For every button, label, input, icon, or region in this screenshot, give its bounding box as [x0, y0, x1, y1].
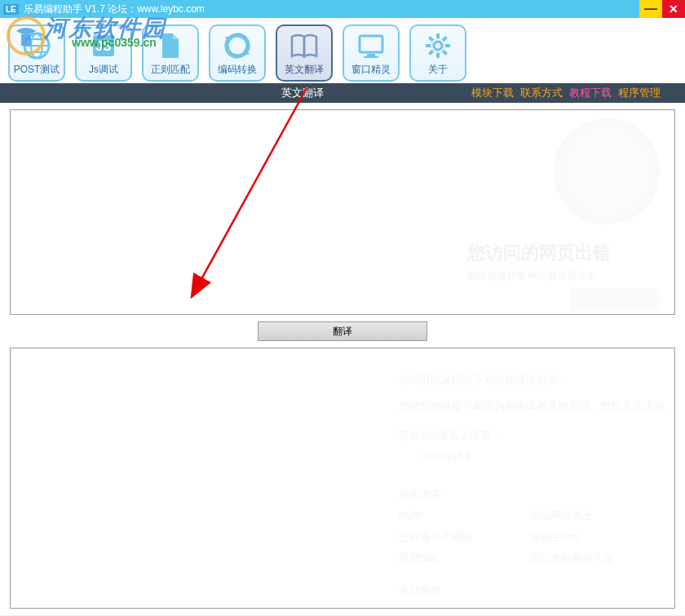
toolbar-label: Js调试: [89, 63, 118, 77]
svg-rect-11: [360, 36, 382, 52]
translate-button[interactable]: 翻译: [258, 321, 427, 341]
faint-grid-r0c1: 论坛网站大全: [529, 508, 593, 523]
faint-search-label: 请在360搜索上搜索：: [399, 428, 502, 443]
toolbar-button-4[interactable]: 英文翻译: [276, 24, 333, 82]
gear-icon: [422, 30, 453, 61]
minimize-button[interactable]: —: [639, 0, 662, 18]
faint-reload-button: [570, 288, 660, 311]
faint-error-sub: 网络连接异常 网站服务器失去: [467, 269, 597, 283]
nav-link-2[interactable]: 教程下载: [569, 86, 612, 100]
refresh-icon: [222, 30, 253, 61]
faint-grid-r1c0: 怎样做一个网站: [399, 530, 473, 544]
faint-search-item: ○ bbs.ley63: [415, 450, 470, 462]
output-panel[interactable]: 访问可以采用以下方法处理该错误： 您提交的链接可能因为网络或者其他原因，暂时无法…: [10, 348, 675, 609]
faint-grid-r0c0: leybc: [399, 508, 423, 521]
file-icon: [155, 30, 186, 61]
faint-out-line1: 访问可以采用以下方法处理该错误：: [399, 373, 568, 388]
window-title: 乐易编程助手 V1.7 论坛：www.leybc.com: [24, 2, 205, 16]
toolbar: POST测试JSJs调试正则匹配编码转换英文翻译窗口精灵关于: [0, 18, 685, 83]
nav-links: 模块下载联系方式教程下载程序管理: [471, 86, 661, 100]
toolbar-button-1[interactable]: JSJs调试: [75, 24, 132, 82]
faint-out-line2: 您提交的链接可能因为网络或者其他原因，暂时无法访问。: [399, 399, 674, 414]
faint-related-label: 相关搜索: [399, 487, 441, 502]
toolbar-label: 正则匹配: [151, 63, 190, 77]
faint-error-title: 您访问的网页出错: [467, 241, 611, 265]
faint-grid-r2c0: 黑帮bbs: [399, 551, 437, 565]
faint-today-label: 今日热搜: [399, 583, 441, 598]
nav-link-1[interactable]: 联系方式: [520, 86, 563, 100]
book-icon: [289, 30, 320, 61]
monitor-icon: [356, 30, 387, 61]
tab-bar: 英文翻译 模块下载联系方式教程下载程序管理: [0, 83, 685, 103]
nav-link-0[interactable]: 模块下载: [471, 86, 514, 100]
svg-text:JS: JS: [95, 39, 112, 53]
nav-link-3[interactable]: 程序管理: [618, 86, 661, 100]
toolbar-label: 窗口精灵: [351, 63, 391, 77]
globe-icon: [21, 30, 52, 61]
toolbar-label: 关于: [428, 63, 448, 77]
toolbar-button-2[interactable]: 正则匹配: [142, 24, 199, 82]
toolbar-label: 编码转换: [218, 63, 257, 77]
window-controls: — ✕: [639, 0, 685, 18]
toolbar-button-3[interactable]: 编码转换: [209, 24, 266, 82]
close-button[interactable]: ✕: [662, 0, 685, 18]
toolbar-label: POST测试: [14, 63, 60, 77]
input-textarea[interactable]: 您访问的网页出错 网络连接异常 网站服务器失去: [10, 109, 675, 315]
toolbar-button-6[interactable]: 关于: [409, 24, 466, 82]
svg-rect-13: [364, 56, 378, 58]
toolbar-button-5[interactable]: 窗口精灵: [342, 24, 400, 82]
faint-decor-circle: [554, 118, 660, 224]
toolbar-label: 英文翻译: [285, 63, 324, 77]
faint-grid-r1c1: 应届生bbs: [529, 530, 578, 544]
faint-grid-r2c1: 论坛发帖网站大全: [529, 551, 614, 565]
code-icon: JS: [88, 30, 119, 61]
svg-rect-12: [367, 54, 375, 56]
titlebar: LE 乐易编程助手 V1.7 论坛：www.leybc.com — ✕: [0, 0, 685, 18]
toolbar-button-0[interactable]: POST测试: [8, 24, 65, 82]
app-badge: LE: [3, 4, 19, 15]
content-area: 您访问的网页出错 网络连接异常 网站服务器失去 翻译 访问可以采用以下方法处理该…: [0, 103, 685, 615]
active-tab-label: 英文翻译: [281, 86, 324, 100]
